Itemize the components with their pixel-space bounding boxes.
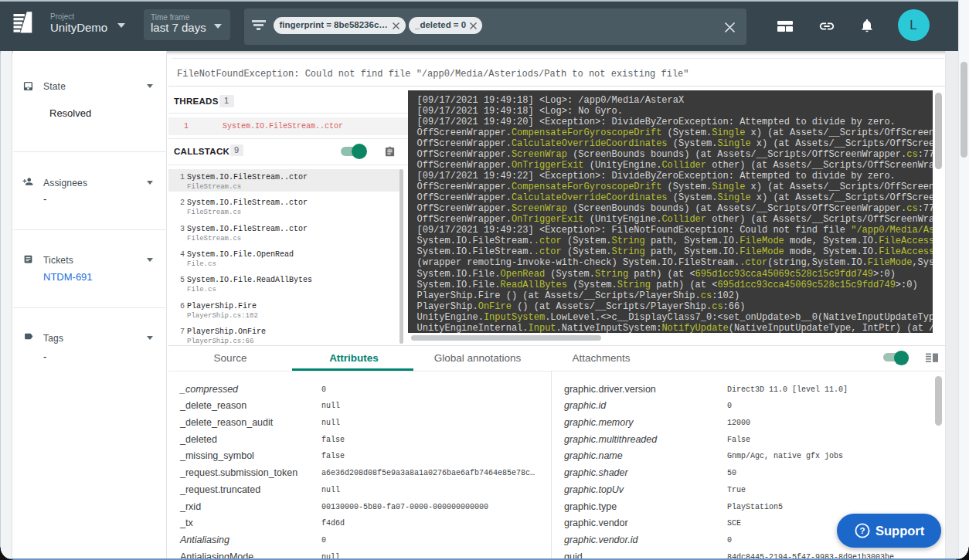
svg-text:?: ? xyxy=(859,526,865,535)
